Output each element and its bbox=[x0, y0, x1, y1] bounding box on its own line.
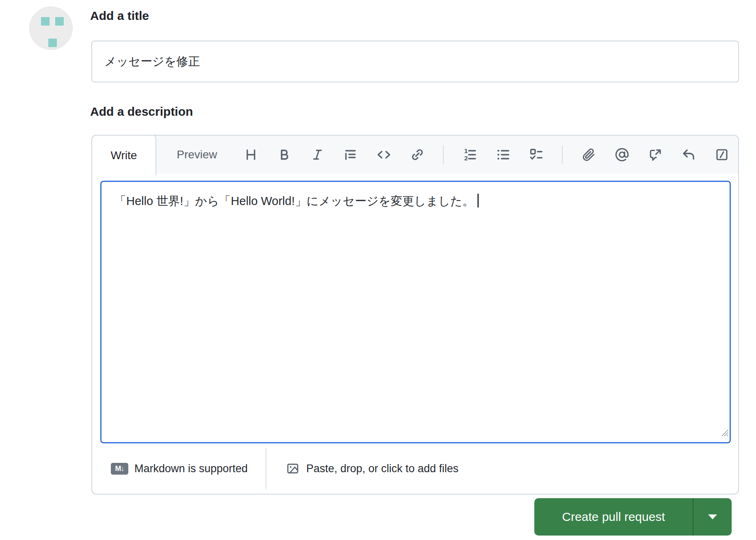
ordered-list-icon[interactable]: 1 2 bbox=[462, 147, 477, 162]
tab-preview-label: Preview bbox=[177, 148, 217, 161]
italic-icon[interactable] bbox=[310, 147, 325, 162]
image-icon bbox=[286, 462, 300, 475]
attach-icon[interactable] bbox=[581, 147, 596, 162]
title-input[interactable] bbox=[91, 41, 739, 82]
heading-icon[interactable] bbox=[243, 147, 258, 162]
tab-write-label: Write bbox=[111, 149, 137, 162]
tab-preview[interactable]: Preview bbox=[162, 136, 232, 174]
mention-icon[interactable] bbox=[614, 147, 629, 162]
identicon-square bbox=[41, 17, 50, 26]
bold-icon[interactable] bbox=[276, 147, 292, 162]
tab-write[interactable]: Write bbox=[91, 135, 156, 175]
quote-icon[interactable] bbox=[343, 147, 358, 162]
svg-text:1: 1 bbox=[464, 148, 468, 154]
description-text: 「Hello 世界!」から「Hello World!」にメッセージを変更しました… bbox=[114, 194, 474, 207]
create-pull-request-split-button: Create pull request bbox=[534, 498, 732, 536]
markdown-icon: M↓ bbox=[111, 463, 128, 475]
avatar bbox=[29, 6, 73, 50]
markdown-toolbar: 1 2 bbox=[243, 136, 731, 174]
description-textarea[interactable]: 「Hello 世界!」から「Hello World!」にメッセージを変更しました… bbox=[100, 181, 731, 443]
editor-footer: M↓ Markdown is supported Paste, drop, or… bbox=[92, 443, 738, 494]
title-label: Add a title bbox=[90, 9, 149, 23]
text-cursor bbox=[477, 194, 479, 207]
create-pull-request-label: Create pull request bbox=[562, 510, 665, 524]
attach-files-button[interactable]: Paste, drop, or click to add files bbox=[286, 462, 458, 475]
description-label: Add a description bbox=[90, 105, 193, 119]
svg-text:2: 2 bbox=[464, 155, 468, 162]
task-list-icon[interactable] bbox=[529, 147, 544, 162]
chevron-down-icon bbox=[708, 514, 717, 519]
reply-icon[interactable] bbox=[681, 147, 696, 162]
create-pull-request-dropdown-button[interactable] bbox=[693, 498, 732, 536]
saved-replies-icon[interactable] bbox=[714, 147, 729, 162]
markdown-hint-text: Markdown is supported bbox=[134, 462, 248, 475]
toolbar-separator bbox=[562, 145, 563, 164]
markdown-editor: Write Preview bbox=[91, 135, 739, 495]
identicon-square bbox=[48, 39, 57, 47]
unordered-list-icon[interactable] bbox=[495, 147, 510, 162]
cross-reference-icon[interactable] bbox=[648, 147, 663, 162]
footer-divider bbox=[266, 448, 266, 489]
attach-hint-text: Paste, drop, or click to add files bbox=[306, 462, 458, 475]
create-pull-request-form: Add a title Add a description Write Prev… bbox=[0, 0, 756, 540]
identicon-square bbox=[55, 17, 64, 26]
link-icon[interactable] bbox=[410, 147, 425, 162]
resize-handle-icon[interactable] bbox=[721, 424, 728, 441]
markdown-supported-link[interactable]: M↓ Markdown is supported bbox=[111, 462, 248, 475]
code-icon[interactable] bbox=[376, 147, 391, 162]
create-pull-request-button[interactable]: Create pull request bbox=[534, 498, 693, 536]
toolbar-separator bbox=[443, 145, 444, 164]
